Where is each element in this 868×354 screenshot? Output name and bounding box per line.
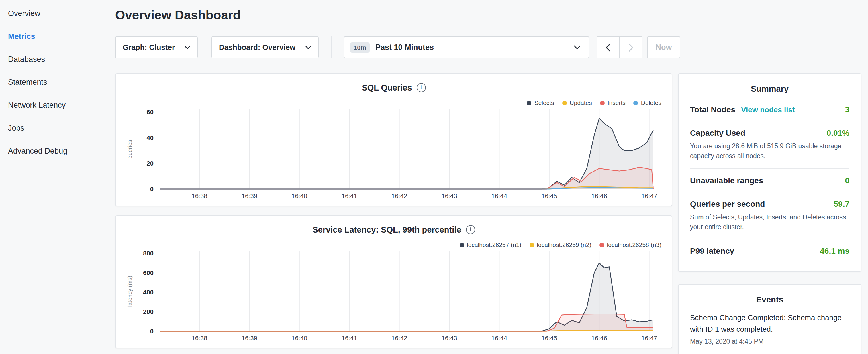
svg-text:16:45: 16:45 xyxy=(541,334,557,342)
summary-label: Queries per second xyxy=(690,199,765,208)
summary-row-unavailable-ranges: Unavailable ranges 0 xyxy=(690,169,849,192)
svg-text:16:39: 16:39 xyxy=(242,192,257,200)
svg-text:16:46: 16:46 xyxy=(591,334,607,342)
sidebar-item-overview[interactable]: Overview xyxy=(0,2,112,25)
sidebar-item-databases[interactable]: Databases xyxy=(0,48,112,71)
time-step-buttons xyxy=(597,36,643,58)
info-icon[interactable]: i xyxy=(466,225,475,234)
time-window-label: Past 10 Minutes xyxy=(375,43,434,52)
view-nodes-list-link[interactable]: View nodes list xyxy=(741,105,795,114)
graph-scope-dropdown-label: Graph: Cluster xyxy=(123,43,175,52)
time-next-button[interactable] xyxy=(620,36,643,58)
summary-row-capacity-used: Capacity Used 0.01% You are using 28.6 M… xyxy=(690,122,849,169)
chart-legend: localhost:26257 (n1)localhost:26259 (n2)… xyxy=(451,241,661,248)
sidebar-item-network-latency[interactable]: Network Latency xyxy=(0,94,112,117)
svg-text:0: 0 xyxy=(150,186,154,193)
svg-text:16:44: 16:44 xyxy=(492,334,507,342)
svg-text:60: 60 xyxy=(147,108,154,116)
sql-queries-card: SQL Queriesi SelectsUpdatesInsertsDelete… xyxy=(115,73,672,206)
sidebar-nav: Overview Metrics Databases Statements Ne… xyxy=(0,0,112,354)
summary-value: 0 xyxy=(845,175,849,185)
time-prev-button[interactable] xyxy=(597,36,620,58)
svg-text:200: 200 xyxy=(143,308,154,315)
svg-text:600: 600 xyxy=(143,269,154,277)
event-item[interactable]: Schema Change Completed: Schema change w… xyxy=(690,312,849,345)
legend-item: Inserts xyxy=(600,99,626,106)
service-latency-card: Service Latency: SQL, 99th percentilei l… xyxy=(115,215,672,348)
legend-item: localhost:26259 (n2) xyxy=(529,241,591,248)
chart-title-row: SQL Queriesi xyxy=(116,82,672,92)
event-message: Schema Change Completed: Schema change w… xyxy=(690,312,849,335)
svg-text:16:41: 16:41 xyxy=(342,192,358,200)
summary-panel-title: Summary xyxy=(690,74,849,98)
legend-dot-icon xyxy=(600,100,604,105)
toolbar-divider xyxy=(331,36,332,58)
summary-description: Sum of Selects, Updates, Inserts, and De… xyxy=(690,212,849,232)
summary-row-p99-latency: P99 latency 46.1 ms xyxy=(690,239,849,262)
summary-label: Unavailable ranges xyxy=(690,175,763,185)
summary-panel: Summary Total Nodes View nodes list 3 Ca… xyxy=(678,73,861,271)
legend-item: localhost:26258 (n3) xyxy=(599,241,661,248)
chevron-down-icon xyxy=(185,45,190,49)
service-latency-chart[interactable]: 16:3816:3916:4016:4116:4216:4316:4416:45… xyxy=(116,248,671,344)
legend-dot-icon xyxy=(633,100,638,105)
now-button[interactable]: Now xyxy=(647,36,680,58)
summary-value: 0.01% xyxy=(827,128,849,137)
svg-text:16:42: 16:42 xyxy=(392,334,407,342)
events-panel-title: Events xyxy=(690,285,849,309)
summary-description: You are using 28.6 MiB of 515.9 GiB usab… xyxy=(690,141,849,161)
svg-text:400: 400 xyxy=(143,289,154,296)
dashboard-dropdown-label: Dashboard: Overview xyxy=(219,43,296,52)
summary-label: Total Nodes xyxy=(690,105,735,114)
page-title: Overview Dashboard xyxy=(115,8,241,23)
svg-text:16:43: 16:43 xyxy=(441,334,457,342)
svg-text:0: 0 xyxy=(150,328,154,335)
chevron-left-icon xyxy=(606,43,610,51)
svg-text:16:40: 16:40 xyxy=(291,192,307,200)
sidebar-item-advanced-debug[interactable]: Advanced Debug xyxy=(0,140,112,163)
db-console-page: Overview Metrics Databases Statements Ne… xyxy=(0,0,868,354)
svg-text:16:46: 16:46 xyxy=(591,192,607,200)
svg-text:16:44: 16:44 xyxy=(492,192,507,200)
graph-scope-dropdown[interactable]: Graph: Cluster xyxy=(115,36,198,58)
summary-label: P99 latency xyxy=(690,246,734,255)
svg-text:16:39: 16:39 xyxy=(242,334,257,342)
chevron-down-icon xyxy=(306,45,311,49)
chevron-down-icon xyxy=(574,45,581,49)
svg-text:latency (ms): latency (ms) xyxy=(127,276,133,307)
chart-title-row: Service Latency: SQL, 99th percentilei xyxy=(116,224,672,234)
legend-dot-icon xyxy=(459,243,464,247)
legend-item: Selects xyxy=(527,99,554,106)
event-timestamp: May 13, 2020 at 4:45 PM xyxy=(690,338,849,345)
sidebar-item-statements[interactable]: Statements xyxy=(0,71,112,94)
dashboard-dropdown[interactable]: Dashboard: Overview xyxy=(212,36,319,58)
legend-dot-icon xyxy=(599,243,604,247)
summary-value: 59.7 xyxy=(834,199,850,208)
sidebar-item-metrics[interactable]: Metrics xyxy=(0,25,112,48)
svg-text:16:45: 16:45 xyxy=(541,192,557,200)
sidebar-item-jobs[interactable]: Jobs xyxy=(0,117,112,140)
svg-text:16:41: 16:41 xyxy=(342,334,358,342)
sql-queries-chart[interactable]: 16:3816:3916:4016:4116:4216:4316:4416:45… xyxy=(116,106,671,202)
chart-title: SQL Queries xyxy=(362,83,412,92)
summary-row-queries-per-second: Queries per second 59.7 Sum of Selects, … xyxy=(690,192,849,239)
legend-dot-icon xyxy=(562,100,567,105)
chart-title: Service Latency: SQL, 99th percentile xyxy=(313,225,461,234)
legend-item: localhost:26257 (n1) xyxy=(459,241,521,248)
svg-text:800: 800 xyxy=(143,250,154,257)
svg-text:queries: queries xyxy=(127,140,133,159)
summary-label: Capacity Used xyxy=(690,128,745,137)
legend-dot-icon xyxy=(529,243,534,247)
summary-row-total-nodes: Total Nodes View nodes list 3 xyxy=(690,98,849,122)
time-range-selector[interactable]: 10m Past 10 Minutes xyxy=(344,36,589,58)
svg-text:16:47: 16:47 xyxy=(641,334,657,342)
events-panel: Events Schema Change Completed: Schema c… xyxy=(678,284,861,354)
svg-text:16:47: 16:47 xyxy=(641,192,657,200)
time-window-badge: 10m xyxy=(350,42,370,53)
svg-text:16:38: 16:38 xyxy=(191,334,207,342)
info-icon[interactable]: i xyxy=(417,83,426,92)
summary-value: 3 xyxy=(845,105,849,114)
svg-text:16:42: 16:42 xyxy=(392,192,407,200)
svg-text:16:43: 16:43 xyxy=(441,192,457,200)
legend-item: Updates xyxy=(562,99,592,106)
